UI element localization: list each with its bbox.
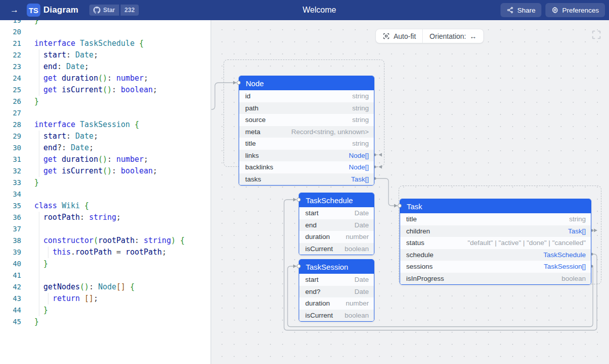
code-line: 45} xyxy=(0,316,210,328)
type-label: number xyxy=(346,299,369,307)
line-number: 34 xyxy=(0,189,23,200)
property-name: title xyxy=(406,215,417,223)
line-number: 37 xyxy=(0,223,23,235)
type-label: "default" | "active" | "done" | "cancell… xyxy=(468,239,586,247)
line-number: 26 xyxy=(0,96,23,107)
line-number: 30 xyxy=(0,142,23,154)
diagram-canvas[interactable]: NodeidstringpathstringsourcestringmetaRe… xyxy=(211,20,609,364)
type-link[interactable]: Task[] xyxy=(351,175,369,183)
autofit-button[interactable]: Auto-fit xyxy=(376,29,422,43)
wire-node-tasks-to-task xyxy=(374,178,394,206)
line-number: 28 xyxy=(0,119,23,131)
entity-title: TaskSession xyxy=(299,260,374,274)
wire-wiki-to-node xyxy=(211,83,233,109)
entity-row-links: linksNode[] xyxy=(239,150,374,162)
property-name: links xyxy=(245,152,259,159)
connector-wires xyxy=(211,20,609,364)
entity-row-isInProgress: isInProgressboolean xyxy=(400,273,591,285)
line-number: 42 xyxy=(0,281,23,293)
entity-title: TaskSchedule xyxy=(299,193,374,207)
entity-row-sessions: sessionsTaskSession[] xyxy=(400,261,591,273)
type-link[interactable]: Node[] xyxy=(349,152,369,159)
code-line: 24 get duration(): number; xyxy=(0,73,210,84)
type-label: string xyxy=(569,215,586,223)
orientation-button[interactable]: Orientation: ↔ xyxy=(423,29,483,43)
property-name: start xyxy=(305,276,318,283)
github-star-badge[interactable]: Star 232 xyxy=(89,5,138,16)
entity-row-title: titlestring xyxy=(239,138,374,150)
code-line: 38 constructor(rootPath: string) { xyxy=(0,235,210,247)
code-line: 41 xyxy=(0,270,210,281)
entity-row-meta: metaRecord<string, unknown> xyxy=(239,126,374,138)
preferences-button-label: Preferences xyxy=(562,7,599,14)
entity-node[interactable]: NodeidstringpathstringsourcestringmetaRe… xyxy=(239,76,374,186)
fullscreen-button[interactable] xyxy=(591,29,602,40)
preferences-button[interactable]: Preferences xyxy=(545,3,605,17)
property-name: source xyxy=(245,116,266,124)
line-number: 44 xyxy=(0,305,23,316)
entity-port xyxy=(237,81,241,85)
type-label: Date xyxy=(354,288,369,295)
ts-logo: TS xyxy=(27,4,40,17)
code-line: 39 this.rootPath = rootPath; xyxy=(0,247,210,258)
type-link[interactable]: TaskSchedule xyxy=(543,251,586,259)
code-line: 19} xyxy=(0,20,210,26)
type-label: Date xyxy=(354,209,369,217)
line-number: 45 xyxy=(0,316,23,328)
entity-tasksession[interactable]: TaskSessionstartDateend?Datedurationnumb… xyxy=(299,259,374,322)
fullscreen-icon xyxy=(591,29,602,40)
entity-row-status: status"default" | "active" | "done" | "c… xyxy=(400,237,591,249)
type-label: boolean xyxy=(345,245,369,253)
entity-title: Node xyxy=(239,76,374,90)
code-editor[interactable]: 19}2021interface TaskSchedule {22 start:… xyxy=(0,20,210,364)
line-number: 36 xyxy=(0,212,23,223)
property-name: end xyxy=(305,221,317,229)
entity-row-backlinks: backlinksNode[] xyxy=(239,161,374,173)
code-line: 44 } xyxy=(0,305,210,316)
line-number: 35 xyxy=(0,200,23,212)
line-number: 32 xyxy=(0,165,23,177)
line-number: 20 xyxy=(0,26,23,38)
type-link[interactable]: TaskSession[] xyxy=(544,263,586,270)
entity-taskschedule[interactable]: TaskSchedulestartDateendDatedurationnumb… xyxy=(299,193,374,255)
type-label: boolean xyxy=(562,275,586,282)
indent-guide xyxy=(48,293,48,305)
property-name: duration xyxy=(305,233,330,240)
indent-guide xyxy=(39,212,39,316)
entity-row-duration: durationnumber xyxy=(299,297,374,310)
type-link[interactable]: Node[] xyxy=(349,163,369,171)
code-line: 35class Wiki { xyxy=(0,200,210,212)
line-number: 27 xyxy=(0,107,23,119)
entity-row-end: end?Date xyxy=(299,286,374,298)
code-line: 20 xyxy=(0,26,210,38)
entity-port xyxy=(297,264,301,268)
line-number: 29 xyxy=(0,131,23,142)
code-line: 40 } xyxy=(0,258,210,270)
type-label: string xyxy=(352,116,369,124)
property-name: start xyxy=(305,209,318,217)
code-line: 26} xyxy=(0,96,210,107)
share-button-label: Share xyxy=(517,7,535,14)
entity-row-title: titlestring xyxy=(400,213,591,225)
type-link[interactable]: Task[] xyxy=(568,227,586,235)
code-line: 33} xyxy=(0,177,210,189)
property-name: id xyxy=(245,92,251,100)
type-label: string xyxy=(352,92,369,100)
page-title: Welcome xyxy=(303,6,336,15)
entity-task[interactable]: TasktitlestringchildrenTask[]status"defa… xyxy=(400,199,591,285)
code-line: 37 xyxy=(0,223,210,235)
code-line: 23 end: Date; xyxy=(0,61,210,73)
github-star-label: Star xyxy=(103,7,115,14)
orientation-arrow-icon: ↔ xyxy=(470,32,477,40)
github-icon xyxy=(93,7,100,14)
share-button[interactable]: Share xyxy=(501,3,541,17)
property-name: meta xyxy=(245,128,260,136)
property-name: sessions xyxy=(406,263,433,270)
entity-row-tasks: tasksTask[] xyxy=(239,173,374,186)
entity-row-start: startDate xyxy=(299,207,374,219)
type-label: Date xyxy=(354,276,369,283)
type-label: Date xyxy=(354,221,369,229)
code-line: 32 get isCurrent(): boolean; xyxy=(0,165,210,177)
back-arrow-icon[interactable]: → xyxy=(10,5,19,15)
property-name: duration xyxy=(305,299,330,307)
